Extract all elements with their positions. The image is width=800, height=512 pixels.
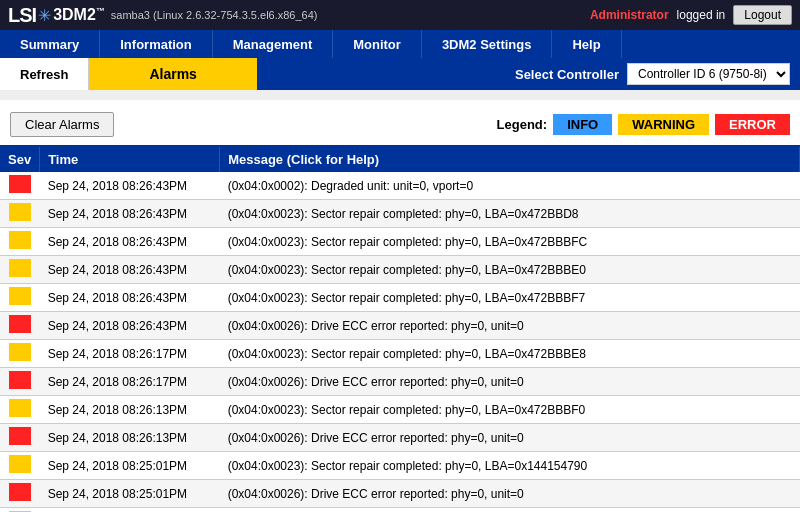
message-cell[interactable]: (0x04:0x0023): Sector repair completed: …: [220, 396, 800, 424]
time-cell: Sep 24, 2018 08:25:01PM: [40, 480, 220, 508]
time-cell: Sep 24, 2018 08:26:43PM: [40, 200, 220, 228]
nav-help[interactable]: Help: [552, 30, 621, 58]
time-cell: Sep 24, 2018 08:26:17PM: [40, 368, 220, 396]
message-cell[interactable]: (0x04:0x0023): Sector repair completed: …: [220, 508, 800, 513]
legend-error-badge: ERROR: [715, 114, 790, 135]
sev-cell: [0, 368, 40, 396]
sev-yellow-indicator: [9, 287, 31, 305]
logged-in-text: logged in: [677, 8, 726, 22]
logo-area: LSI ✳ 3DM2™ samba3 (Linux 2.6.32-754.3.5…: [8, 4, 318, 27]
table-row: Sep 24, 2018 08:26:43PM(0x04:0x0002): De…: [0, 172, 800, 200]
message-cell[interactable]: (0x04:0x0026): Drive ECC error reported:…: [220, 368, 800, 396]
time-cell: Sep 24, 2018 08:26:13PM: [40, 396, 220, 424]
controller-section: Select Controller Controller ID 6 (9750-…: [515, 63, 800, 85]
alarms-tbody: Sep 24, 2018 08:26:43PM(0x04:0x0002): De…: [0, 172, 800, 512]
admin-label: Administrator: [590, 8, 669, 22]
time-cell: Sep 24, 2018 08:24:48PM: [40, 508, 220, 513]
table-row: Sep 24, 2018 08:26:17PM(0x04:0x0026): Dr…: [0, 368, 800, 396]
lsi-icon: ✳: [38, 6, 51, 25]
refresh-button[interactable]: Refresh: [0, 58, 89, 90]
legend-info-badge: INFO: [553, 114, 612, 135]
sev-cell: [0, 396, 40, 424]
sev-cell: [0, 312, 40, 340]
col-header-message: Message (Click for Help): [220, 146, 800, 172]
message-cell[interactable]: (0x04:0x0023): Sector repair completed: …: [220, 340, 800, 368]
clear-alarms-area: Clear Alarms Legend: INFO WARNING ERROR: [0, 100, 800, 145]
table-row: Sep 24, 2018 08:24:48PM(0x04:0x0023): Se…: [0, 508, 800, 513]
message-cell[interactable]: (0x04:0x0026): Drive ECC error reported:…: [220, 424, 800, 452]
table-row: Sep 24, 2018 08:26:43PM(0x04:0x0023): Se…: [0, 228, 800, 256]
time-cell: Sep 24, 2018 08:26:43PM: [40, 312, 220, 340]
legend-label: Legend:: [497, 117, 548, 132]
sev-yellow-indicator: [9, 455, 31, 473]
product-name: 3DM2™: [53, 6, 105, 24]
message-cell[interactable]: (0x04:0x0023): Sector repair completed: …: [220, 284, 800, 312]
toolbar: Refresh Alarms Select Controller Control…: [0, 58, 800, 90]
sev-cell: [0, 172, 40, 200]
sev-red-indicator: [9, 175, 31, 193]
logout-button[interactable]: Logout: [733, 5, 792, 25]
table-row: Sep 24, 2018 08:26:13PM(0x04:0x0026): Dr…: [0, 424, 800, 452]
message-cell[interactable]: (0x04:0x0002): Degraded unit: unit=0, vp…: [220, 172, 800, 200]
table-row: Sep 24, 2018 08:25:01PM(0x04:0x0023): Se…: [0, 452, 800, 480]
table-row: Sep 24, 2018 08:26:43PM(0x04:0x0026): Dr…: [0, 312, 800, 340]
lsi-logo: LSI ✳ 3DM2™: [8, 4, 105, 27]
message-cell[interactable]: (0x04:0x0023): Sector repair completed: …: [220, 228, 800, 256]
server-subtitle: samba3 (Linux 2.6.32-754.3.5.el6.x86_64): [111, 9, 318, 21]
col-header-sev: Sev: [0, 146, 40, 172]
sev-cell: [0, 480, 40, 508]
alarms-label: Alarms: [89, 58, 256, 90]
header-right: Administrator logged in Logout: [590, 5, 792, 25]
time-cell: Sep 24, 2018 08:26:17PM: [40, 340, 220, 368]
message-cell[interactable]: (0x04:0x0023): Sector repair completed: …: [220, 452, 800, 480]
time-cell: Sep 24, 2018 08:26:43PM: [40, 256, 220, 284]
sev-cell: [0, 340, 40, 368]
sev-yellow-indicator: [9, 231, 31, 249]
sev-cell: [0, 424, 40, 452]
sev-red-indicator: [9, 315, 31, 333]
sev-red-indicator: [9, 427, 31, 445]
sev-red-indicator: [9, 371, 31, 389]
nav-3dm2-settings[interactable]: 3DM2 Settings: [422, 30, 553, 58]
select-controller-label: Select Controller: [515, 67, 619, 82]
table-row: Sep 24, 2018 08:26:43PM(0x04:0x0023): Se…: [0, 284, 800, 312]
nav-monitor[interactable]: Monitor: [333, 30, 422, 58]
time-cell: Sep 24, 2018 08:26:43PM: [40, 228, 220, 256]
sev-yellow-indicator: [9, 399, 31, 417]
nav-bar: Summary Information Management Monitor 3…: [0, 30, 800, 58]
legend-area: Legend: INFO WARNING ERROR: [497, 114, 790, 135]
col-header-time: Time: [40, 146, 220, 172]
table-row: Sep 24, 2018 08:26:43PM(0x04:0x0023): Se…: [0, 200, 800, 228]
sev-cell: [0, 508, 40, 513]
clear-alarms-button[interactable]: Clear Alarms: [10, 112, 114, 137]
controller-select[interactable]: Controller ID 6 (9750-8i): [627, 63, 790, 85]
sev-yellow-indicator: [9, 203, 31, 221]
message-cell[interactable]: (0x04:0x0023): Sector repair completed: …: [220, 256, 800, 284]
alarms-table: Sev Time Message (Click for Help) Sep 24…: [0, 145, 800, 512]
message-cell[interactable]: (0x04:0x0026): Drive ECC error reported:…: [220, 480, 800, 508]
table-row: Sep 24, 2018 08:26:13PM(0x04:0x0023): Se…: [0, 396, 800, 424]
table-row: Sep 24, 2018 08:25:01PM(0x04:0x0026): Dr…: [0, 480, 800, 508]
table-row: Sep 24, 2018 08:26:43PM(0x04:0x0023): Se…: [0, 256, 800, 284]
sev-cell: [0, 228, 40, 256]
sev-yellow-indicator: [9, 259, 31, 277]
table-header-row: Sev Time Message (Click for Help): [0, 146, 800, 172]
sev-yellow-indicator: [9, 343, 31, 361]
sev-cell: [0, 256, 40, 284]
table-row: Sep 24, 2018 08:26:17PM(0x04:0x0023): Se…: [0, 340, 800, 368]
time-cell: Sep 24, 2018 08:26:43PM: [40, 284, 220, 312]
sev-cell: [0, 200, 40, 228]
spacer: [0, 90, 800, 100]
sev-red-indicator: [9, 483, 31, 501]
message-cell[interactable]: (0x04:0x0026): Drive ECC error reported:…: [220, 312, 800, 340]
message-cell[interactable]: (0x04:0x0023): Sector repair completed: …: [220, 200, 800, 228]
nav-information[interactable]: Information: [100, 30, 213, 58]
app-header: LSI ✳ 3DM2™ samba3 (Linux 2.6.32-754.3.5…: [0, 0, 800, 30]
time-cell: Sep 24, 2018 08:25:01PM: [40, 452, 220, 480]
time-cell: Sep 24, 2018 08:26:43PM: [40, 172, 220, 200]
nav-summary[interactable]: Summary: [0, 30, 100, 58]
sev-cell: [0, 452, 40, 480]
time-cell: Sep 24, 2018 08:26:13PM: [40, 424, 220, 452]
nav-management[interactable]: Management: [213, 30, 333, 58]
lsi-text: LSI: [8, 4, 36, 27]
